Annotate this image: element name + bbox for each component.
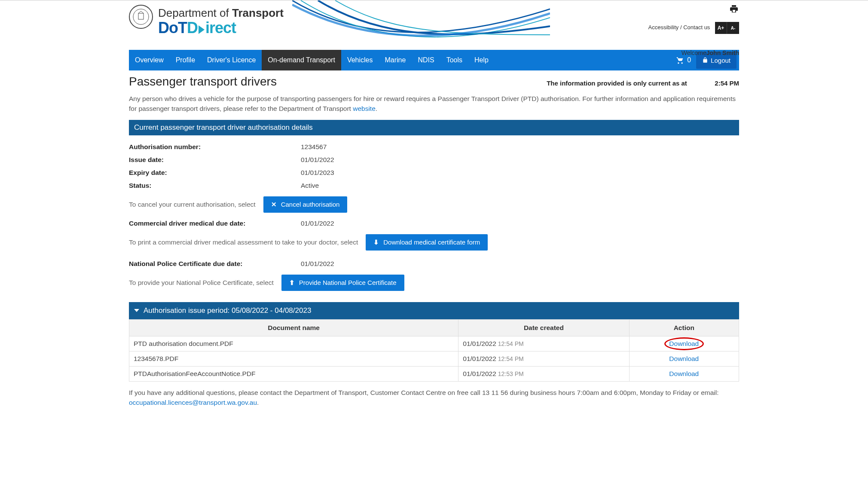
nav-overview[interactable]: Overview	[129, 50, 170, 70]
npc-instruction: To provide your National Police Certific…	[129, 279, 274, 287]
nav-drivers-licence[interactable]: Driver's Licence	[201, 50, 262, 70]
cancel-authorisation-button[interactable]: ✕ Cancel authorisation	[263, 196, 348, 213]
doc-action-cell: Download	[629, 336, 739, 351]
documents-table: Document name Date created Action PTD au…	[129, 319, 739, 382]
auth-number-value: 1234567	[301, 143, 327, 151]
download-link[interactable]: Download	[669, 355, 699, 362]
contact-us-link[interactable]: Contact us	[683, 24, 710, 31]
main-nav: Overview Profile Driver's Licence On-dem…	[129, 50, 739, 70]
table-row: PTD authorisation document.PDF01/01/2022…	[129, 336, 739, 351]
wa-crest-icon	[129, 5, 153, 29]
lock-icon	[702, 57, 708, 63]
dotdirect-logo: DoTDirect	[158, 19, 284, 37]
download-icon: ⬇	[373, 238, 379, 246]
th-action: Action	[629, 319, 739, 336]
doc-action-cell: Download	[629, 366, 739, 381]
email-link[interactable]: occupational.licences@transport.wa.gov.a…	[129, 399, 257, 406]
doc-action-cell: Download	[629, 351, 739, 366]
issue-date-label: Issue date:	[129, 156, 301, 164]
page-title: Passenger transport drivers	[129, 75, 277, 89]
website-link[interactable]: website	[353, 105, 376, 112]
provide-npc-button[interactable]: ⬆ Provide National Police Certificate	[281, 275, 404, 291]
header: Department of Transport DoTDirect Access…	[129, 0, 739, 50]
footer-note: If you have any additional questions, pl…	[129, 388, 739, 408]
doc-date-cell: 01/01/2022 12:54 PM	[458, 351, 629, 366]
doc-date-cell: 01/01/2022 12:53 PM	[458, 366, 629, 381]
intro-text: Any person who drives a vehicle for the …	[129, 94, 739, 114]
th-doc-name: Document name	[129, 319, 458, 336]
cancel-instruction: To cancel your current authorisation, se…	[129, 201, 256, 208]
doc-name-cell: PTD authorisation document.PDF	[129, 336, 458, 351]
font-increase-button[interactable]: A+	[715, 22, 727, 34]
nav-marine[interactable]: Marine	[379, 50, 412, 70]
auth-number-label: Authorisation number:	[129, 143, 301, 151]
accessibility-link[interactable]: Accessibility	[648, 24, 679, 31]
status-label: Status:	[129, 182, 301, 190]
medical-due-value: 01/01/2022	[301, 220, 334, 227]
nav-on-demand-transport[interactable]: On-demand Transport	[262, 50, 341, 70]
nav-profile[interactable]: Profile	[170, 50, 201, 70]
nav-tools[interactable]: Tools	[440, 50, 468, 70]
accordion-header[interactable]: Authorisation issue period: 05/08/2022 -…	[129, 302, 739, 319]
table-row: 12345678.PDF01/01/2022 12:54 PMDownload	[129, 351, 739, 366]
cart-icon	[676, 56, 685, 64]
print-icon[interactable]	[729, 4, 739, 14]
info-current-label: The information provided is only current…	[547, 79, 687, 87]
expiry-date-label: Expiry date:	[129, 169, 301, 177]
th-date-created: Date created	[458, 319, 629, 336]
expiry-date-value: 01/01/2023	[301, 169, 334, 177]
issue-date-value: 01/01/2022	[301, 156, 334, 164]
info-current-time: 2:54 PM	[715, 79, 739, 87]
font-decrease-button[interactable]: A-	[727, 22, 739, 34]
doc-date-cell: 01/01/2022 12:54 PM	[458, 336, 629, 351]
welcome-text: WelcomeJohn Smith	[648, 49, 739, 56]
table-row: PTDAuthorisationFeeAccountNotice.PDF01/0…	[129, 366, 739, 381]
chevron-down-icon	[134, 309, 139, 312]
doc-name-cell: 12345678.PDF	[129, 351, 458, 366]
nav-vehicles[interactable]: Vehicles	[341, 50, 379, 70]
download-link[interactable]: Download	[669, 340, 699, 347]
npc-due-label: National Police Certificate due date:	[129, 260, 301, 268]
svg-rect-1	[138, 13, 144, 19]
close-icon: ✕	[271, 201, 277, 208]
nav-help[interactable]: Help	[468, 50, 495, 70]
download-link[interactable]: Download	[669, 370, 699, 377]
department-name: Department of Transport	[158, 6, 284, 20]
nav-ndis[interactable]: NDIS	[412, 50, 440, 70]
download-medical-form-button[interactable]: ⬇ Download medical certificate form	[366, 234, 488, 251]
status-value: Active	[301, 182, 319, 190]
doc-name-cell: PTDAuthorisationFeeAccountNotice.PDF	[129, 366, 458, 381]
npc-due-value: 01/01/2022	[301, 260, 334, 268]
upload-icon: ⬆	[289, 279, 295, 287]
section-header: Current passenger transport driver autho…	[129, 120, 739, 135]
medical-due-label: Commercial driver medical due date:	[129, 220, 301, 227]
medical-instruction: To print a commercial driver medical ass…	[129, 238, 358, 246]
